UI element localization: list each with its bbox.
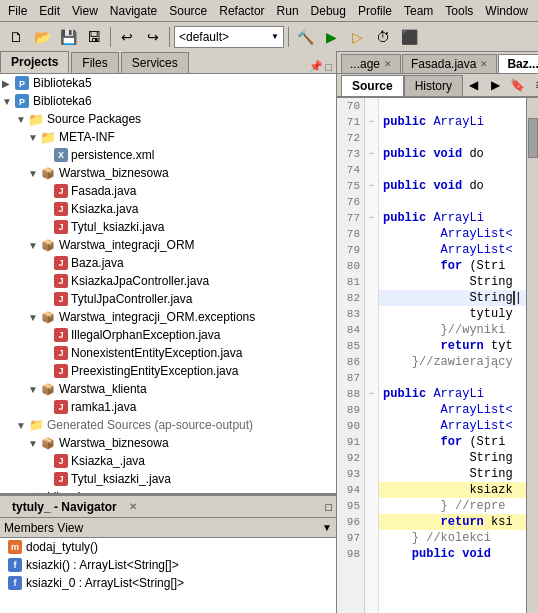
navigator-close-icon[interactable]: ✕: [129, 501, 137, 512]
navigator-tab[interactable]: tytuly_ - Navigator: [4, 498, 125, 516]
menu-window[interactable]: Window: [479, 2, 534, 20]
tree-item-ramka1[interactable]: J ramka1.java: [0, 398, 336, 416]
java-icon: J: [54, 472, 68, 486]
java-icon: J: [54, 364, 68, 378]
java-icon: J: [54, 454, 68, 468]
tree-item-generated-sources[interactable]: ▼ 📁 Generated Sources (ap-source-output): [0, 416, 336, 434]
menu-refactor[interactable]: Refactor: [213, 2, 270, 20]
run-button[interactable]: ▶: [319, 25, 343, 49]
tree-label: Warstwa_biznesowa: [59, 436, 169, 450]
tree-item-bib6[interactable]: ▼ P Biblioteka6: [0, 92, 336, 110]
collapse-73[interactable]: −: [365, 146, 378, 162]
code-lines[interactable]: public ArrayLi public void do public voi…: [379, 98, 526, 613]
menu-source[interactable]: Source: [163, 2, 213, 20]
menu-team[interactable]: Team: [398, 2, 439, 20]
tab-services[interactable]: Services: [121, 52, 189, 73]
menu-profile[interactable]: Profile: [352, 2, 398, 20]
new-button[interactable]: 🗋: [4, 25, 28, 49]
collapse-88[interactable]: −: [365, 386, 378, 402]
tree-item-source-packages[interactable]: ▼ 📁 Source Packages: [0, 110, 336, 128]
package-icon: 📦: [40, 381, 56, 397]
editor-tab-baz[interactable]: Baz... ✕: [498, 54, 538, 73]
prev-occurrence-button[interactable]: ◀: [463, 76, 483, 94]
member-item-ksiazki[interactable]: f ksiazki() : ArrayList<String[]>: [0, 556, 336, 574]
tree-item-ksiazka-java[interactable]: J Ksiazka.java: [0, 200, 336, 218]
collapse-arrow: ▼: [16, 114, 28, 125]
tab-source[interactable]: Source: [341, 75, 404, 96]
tree-item-warstwa-biz[interactable]: ▼ 📦 Warstwa_biznesowa: [0, 164, 336, 182]
members-view-container: Members View ▼ m dodaj_tytuly() f ksiazk…: [0, 518, 336, 613]
tree-label: NonexistentEntityException.java: [71, 346, 242, 360]
menu-help[interactable]: Help: [534, 2, 538, 20]
tree-item-ksiazka-jpa[interactable]: J KsiazkaJpaController.java: [0, 272, 336, 290]
code-editor[interactable]: 70 71 72 73 74 75 76 77 78 79 80 81 82 8…: [337, 98, 538, 613]
editor-tab-age[interactable]: ...age ✕: [341, 54, 401, 73]
menu-run[interactable]: Run: [271, 2, 305, 20]
tree-item-warstwa-int[interactable]: ▼ 📦 Warstwa_integracji_ORM: [0, 236, 336, 254]
tab-files[interactable]: Files: [71, 52, 118, 73]
tree-item-warstwa-kl[interactable]: ▼ 📦 Warstwa_klienta: [0, 380, 336, 398]
editor-tab-fasada[interactable]: Fasada.java ✕: [402, 54, 497, 73]
stop-button[interactable]: ⬛: [397, 25, 421, 49]
save-button[interactable]: 💾: [56, 25, 80, 49]
open-button[interactable]: 📂: [30, 25, 54, 49]
tree-item-preexisting[interactable]: J PreexistingEntityException.java: [0, 362, 336, 380]
menu-edit[interactable]: Edit: [33, 2, 66, 20]
xml-icon: X: [54, 148, 68, 162]
tree-item-tytul-gen[interactable]: J Tytul_ksiazki_.java: [0, 470, 336, 488]
collapse-arrow-bib6: ▼: [2, 96, 14, 107]
tree-item-ksiazka-gen[interactable]: J Ksiazka_.java: [0, 452, 336, 470]
chevron-down-icon[interactable]: ▼: [322, 522, 332, 533]
tab-label: Fasada.java: [411, 57, 476, 71]
profile-button[interactable]: ⏱: [371, 25, 395, 49]
menu-navigate[interactable]: Navigate: [104, 2, 163, 20]
menu-view[interactable]: View: [66, 2, 104, 20]
collapse-arrow: ▼: [16, 420, 28, 431]
collapse-77[interactable]: −: [365, 210, 378, 226]
tree-item-tytul-jpa[interactable]: J TytulJpaController.java: [0, 290, 336, 308]
tree-item-fasada-java[interactable]: J Fasada.java: [0, 182, 336, 200]
configuration-dropdown[interactable]: <default> ▼: [174, 26, 284, 48]
tree-item-tytul-java[interactable]: J Tytul_ksiazki.java: [0, 218, 336, 236]
close-icon[interactable]: ✕: [384, 59, 392, 69]
menu-debug[interactable]: Debug: [305, 2, 352, 20]
close-icon[interactable]: ✕: [480, 59, 488, 69]
maximize-icon[interactable]: □: [325, 501, 332, 513]
tree-item-meta-inf[interactable]: ▼ 📁 META-INF: [0, 128, 336, 146]
tab-projects[interactable]: Projects: [0, 51, 69, 73]
menu-tools[interactable]: Tools: [439, 2, 479, 20]
menu-file[interactable]: File: [2, 2, 33, 20]
forward-button[interactable]: ↪: [141, 25, 165, 49]
tab-history[interactable]: History: [404, 75, 463, 96]
tree-item-illegal[interactable]: J IllegalOrphanException.java: [0, 326, 336, 344]
back-button[interactable]: ↩: [115, 25, 139, 49]
tree-item-persistence-xml[interactable]: X persistence.xml: [0, 146, 336, 164]
next-occurrence-button[interactable]: ▶: [485, 76, 505, 94]
editor-panel: Source History ◀ ▶ 🔖 ≡ 70 71 72 73 74 75…: [337, 74, 538, 613]
tree-item-nonexistent[interactable]: J NonexistentEntityException.java: [0, 344, 336, 362]
package-icon: 📦: [40, 165, 56, 181]
tree-item-warstwa-biz2[interactable]: ▼ 📦 Warstwa_biznesowa: [0, 434, 336, 452]
tree-item-libraries[interactable]: ▶ 📁 Libraries: [0, 488, 336, 493]
tree-item-baza-java[interactable]: J Baza.java: [0, 254, 336, 272]
diff-button[interactable]: ≡: [529, 76, 538, 94]
tree-label: META-INF: [59, 130, 115, 144]
member-icon: m: [8, 540, 22, 554]
member-item-ksiazki0[interactable]: f ksiazki_0 : ArrayList<String[]>: [0, 574, 336, 592]
tree-item-bib5[interactable]: ▶ P Biblioteka5: [0, 74, 336, 92]
tree-label: Warstwa_klienta: [59, 382, 147, 396]
saveall-button[interactable]: 🖫: [82, 25, 106, 49]
editor-vscrollbar[interactable]: [526, 98, 538, 613]
collapse-75[interactable]: −: [365, 178, 378, 194]
tree-item-warstwa-exc[interactable]: ▼ 📦 Warstwa_integracji_ORM.exceptions: [0, 308, 336, 326]
build-button[interactable]: 🔨: [293, 25, 317, 49]
maximize-icon[interactable]: □: [325, 61, 332, 73]
collapse-71[interactable]: −: [365, 114, 378, 130]
toggle-bookmark-button[interactable]: 🔖: [507, 76, 527, 94]
source-folder-icon: 📁: [28, 111, 44, 127]
tree-label: persistence.xml: [71, 148, 154, 162]
member-icon: f: [8, 576, 22, 590]
debug-button[interactable]: ▷: [345, 25, 369, 49]
member-item-dodaj[interactable]: m dodaj_tytuly(): [0, 538, 336, 556]
tree-label: Warstwa_integracji_ORM: [59, 238, 195, 252]
